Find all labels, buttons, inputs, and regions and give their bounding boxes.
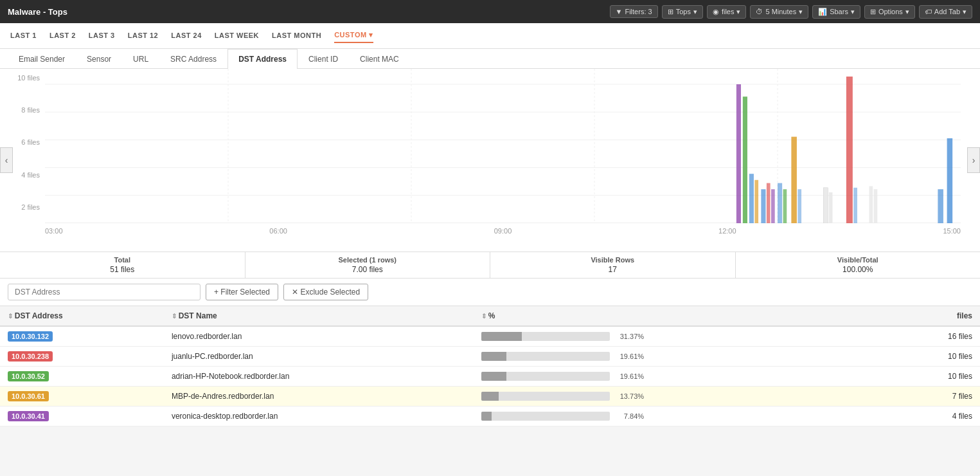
data-table-container: ⇕ DST Address ⇕ DST Name ⇕ % files 10.0.… [0,306,980,426]
svg-rect-27 [938,189,943,223]
chart-area: ‹ › 10 files 8 files 6 files 4 files 2 f… [0,69,980,252]
col-dst-name[interactable]: ⇕ DST Name [164,306,474,326]
filter-icon: ▼ [616,8,623,15]
progress-bar-wrap-1 [481,352,610,361]
tab-last24[interactable]: LAST 24 [171,29,202,43]
ip-badge-1: 10.0.30.238 [8,351,53,362]
chart-icon: 📊 [818,8,827,16]
table-row[interactable]: 10.0.30.238 juanlu-PC.redborder.lan 19.6… [0,347,980,367]
pct-label-2: 19.61% [615,372,644,380]
svg-rect-22 [829,192,833,223]
x-label-1200: 12:00 [718,227,736,235]
ip-badge-4: 10.0.30.41 [8,411,49,421]
svg-rect-28 [947,138,953,223]
cell-files-2: 10 files [887,367,980,387]
filter-selected-button[interactable]: + Filter Selected [206,284,278,300]
filter-bar: + Filter Selected ✕ Exclude Selected [0,279,980,306]
svg-rect-14 [761,189,765,223]
pct-label-1: 19.61% [615,352,644,360]
col-pct[interactable]: ⇕ % [474,306,887,326]
table-row[interactable]: 10.0.30.41 veronica-desktop.redborder.la… [0,407,980,426]
tab-last1[interactable]: LAST 1 [10,29,37,43]
tab-email-sender[interactable]: Email Sender [8,49,76,69]
col-files[interactable]: files [887,306,980,326]
stat-total: Total 51 files [0,252,245,278]
svg-rect-13 [754,180,758,223]
svg-rect-16 [771,189,775,223]
time-button[interactable]: ⏱ 5 Minutes ▾ [750,5,808,19]
options-button[interactable]: ⊞ Options ▾ [864,5,915,19]
tab-custom[interactable]: CUSTOM ▾ [334,28,373,43]
chart-nav-right[interactable]: › [967,147,980,173]
exclude-selected-button[interactable]: ✕ Exclude Selected [283,284,368,300]
tab-last3[interactable]: LAST 3 [89,29,115,43]
tab-lastmonth[interactable]: LAST MONTH [272,29,321,43]
files-button[interactable]: ◉ files ▾ [707,5,747,19]
tab-last12[interactable]: LAST 12 [128,29,159,43]
files-icon: ◉ [713,8,719,16]
cell-files-0: 16 files [887,326,980,347]
table-row[interactable]: 10.0.30.132 lenovo.redborder.lan 31.37% … [0,326,980,347]
options-icon: ⊞ [870,8,876,16]
table-row[interactable]: 10.0.30.52 adrian-HP-Notebook.redborder.… [0,367,980,387]
tops-button[interactable]: ⊞ Tops ▾ [662,5,703,19]
cell-name-1: juanlu-PC.redborder.lan [164,347,474,367]
cell-pct-1: 19.61% [474,347,887,367]
header-controls: ▼ Filters: 3 ⊞ Tops ▾ ◉ files ▾ ⏱ 5 Minu… [610,5,972,19]
cell-name-4: veronica-desktop.redborder.lan [164,407,474,426]
tab-last2[interactable]: LAST 2 [49,29,76,43]
y-label-8: 8 files [5,106,40,114]
tops-icon: ⊞ [668,8,673,16]
stats-bar: Total 51 files Selected (1 rows) 7.00 fi… [0,252,980,279]
stat-selected: Selected (1 rows) 7.00 files [245,252,491,278]
progress-bar-fill-2 [481,372,506,381]
y-label-6: 6 files [5,138,40,146]
clock-icon: ⏱ [756,8,763,15]
tab-src-address[interactable]: SRC Address [159,49,227,69]
tab-lastweek[interactable]: LAST WEEK [215,29,259,43]
dst-address-table: ⇕ DST Address ⇕ DST Name ⇕ % files 10.0.… [0,306,980,426]
chart-nav-left[interactable]: ‹ [0,147,13,173]
cell-files-4: 4 files [887,407,980,426]
tab-client-mac[interactable]: Client MAC [349,49,410,69]
chart-svg [45,69,961,223]
cell-pct-3: 13.73% [474,387,887,407]
tab-dst-address[interactable]: DST Address [227,49,298,69]
col-dst-address[interactable]: ⇕ DST Address [0,306,164,326]
svg-rect-18 [783,189,787,223]
progress-bar-wrap-2 [481,372,610,381]
y-label-2: 2 files [5,203,40,211]
cell-ip-3: 10.0.30.61 [0,387,164,407]
x-label-0300: 03:00 [45,227,63,235]
table-header-row: ⇕ DST Address ⇕ DST Name ⇕ % files [0,306,980,326]
y-label-10: 10 files [5,74,40,82]
cell-files-1: 10 files [887,347,980,367]
cell-pct-4: 7.84% [474,407,887,426]
svg-rect-24 [853,188,857,223]
cell-ip-2: 10.0.30.52 [0,367,164,387]
ip-badge-3: 10.0.30.61 [8,391,49,401]
x-label-1500: 15:00 [943,227,961,235]
pct-label-0: 31.37% [615,333,644,340]
dst-address-filter-input[interactable] [8,284,200,300]
stat-visible-total: Visible/Total 100.00% [736,252,981,278]
addtab-button[interactable]: 🏷 Add Tab ▾ [919,5,972,19]
tab-url[interactable]: URL [122,49,159,69]
progress-bar-wrap-4 [481,412,610,421]
progress-bar-fill-1 [481,352,506,361]
svg-rect-12 [749,174,754,223]
tab-sensor[interactable]: Sensor [76,49,122,69]
pct-label-3: 13.73% [615,392,644,400]
sort-icon-dst: ⇕ [8,313,15,320]
sort-icon-name: ⇕ [172,313,179,320]
cell-name-2: adrian-HP-Notebook.redborder.lan [164,367,474,387]
tab-client-id[interactable]: Client ID [298,49,349,69]
cell-ip-4: 10.0.30.41 [0,407,164,426]
app-header: Malware - Tops ▼ Filters: 3 ⊞ Tops ▾ ◉ f… [0,0,980,23]
ip-badge-0: 10.0.30.132 [8,331,53,342]
filters-button[interactable]: ▼ Filters: 3 [610,5,658,18]
chart-x-axis: 03:00 06:00 09:00 12:00 15:00 [0,224,980,235]
table-row[interactable]: 10.0.30.61 MBP-de-Andres.redborder.lan 1… [0,387,980,407]
sbars-button[interactable]: 📊 Sbars ▾ [812,5,860,19]
addtab-icon: 🏷 [925,8,932,15]
